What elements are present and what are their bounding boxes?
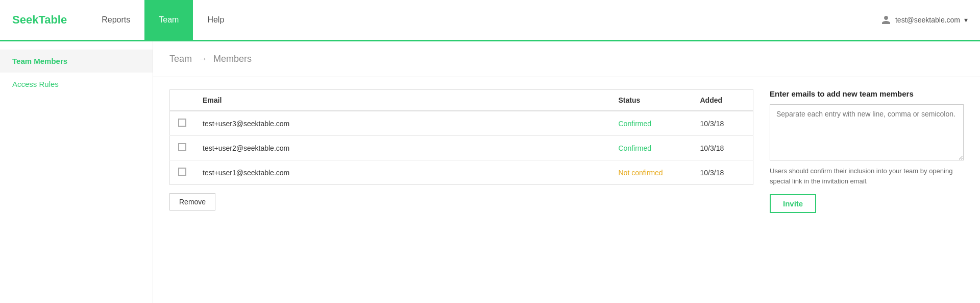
col-header-checkbox (170, 90, 195, 111)
breadcrumb-arrow: → (198, 54, 207, 64)
table-row: test+user1@seektable.com Not confirmed 1… (170, 160, 753, 185)
logo: SeekTable (12, 13, 67, 27)
row-email-2: test+user1@seektable.com (194, 160, 610, 185)
user-email: test@seektable.com (895, 16, 960, 24)
row-email-1: test+user2@seektable.com (194, 136, 610, 160)
nav-team[interactable]: Team (144, 0, 193, 40)
logo-seek: Seek (12, 13, 38, 26)
invite-hint: Users should confirm their inclusion int… (770, 166, 964, 186)
row-status-1: Confirmed (610, 136, 692, 160)
user-menu[interactable]: test@seektable.com ▾ (881, 15, 968, 25)
row-added-2: 10/3/18 (692, 160, 753, 185)
checkbox-1[interactable] (178, 143, 186, 151)
main-content: Team → Members Email Status Added (153, 41, 980, 303)
row-email-0: test+user3@seektable.com (194, 111, 610, 136)
user-dropdown-icon: ▾ (964, 16, 968, 24)
breadcrumb-current: Members (213, 54, 252, 64)
nav-reports[interactable]: Reports (87, 0, 144, 40)
row-status-2: Not confirmed (610, 160, 692, 185)
col-header-email: Email (194, 90, 610, 111)
sidebar-item-team-members[interactable]: Team Members (0, 50, 153, 73)
breadcrumb: Team → Members (153, 41, 980, 77)
table-row: test+user3@seektable.com Confirmed 10/3/… (170, 111, 753, 136)
nav-help[interactable]: Help (193, 0, 238, 40)
main-nav: Reports Team Help (87, 0, 881, 40)
row-checkbox-2[interactable] (170, 160, 195, 185)
col-header-added: Added (692, 90, 753, 111)
col-header-status: Status (610, 90, 692, 111)
layout: Team Members Access Rules Team → Members… (0, 41, 980, 303)
row-checkbox-0[interactable] (170, 111, 195, 136)
invite-title: Enter emails to add new team members (770, 89, 964, 98)
content-area: Email Status Added test+user3@seektable.… (153, 77, 980, 225)
invite-button[interactable]: Invite (770, 194, 816, 213)
user-icon (881, 15, 891, 25)
row-added-0: 10/3/18 (692, 111, 753, 136)
row-checkbox-1[interactable] (170, 136, 195, 160)
members-table-section: Email Status Added test+user3@seektable.… (169, 89, 753, 211)
members-table: Email Status Added test+user3@seektable.… (169, 89, 753, 185)
header: SeekTable Reports Team Help test@seektab… (0, 0, 980, 41)
row-status-0: Confirmed (610, 111, 692, 136)
logo-table: Table (38, 13, 67, 26)
breadcrumb-parent: Team (169, 54, 192, 64)
table-row: test+user2@seektable.com Confirmed 10/3/… (170, 136, 753, 160)
invite-emails-input[interactable] (770, 104, 964, 160)
row-added-1: 10/3/18 (692, 136, 753, 160)
remove-button[interactable]: Remove (169, 193, 215, 211)
invite-panel: Enter emails to add new team members Use… (770, 89, 964, 213)
checkbox-0[interactable] (178, 119, 186, 127)
sidebar-item-access-rules[interactable]: Access Rules (0, 73, 153, 96)
sidebar: Team Members Access Rules (0, 41, 153, 303)
checkbox-2[interactable] (178, 168, 186, 176)
